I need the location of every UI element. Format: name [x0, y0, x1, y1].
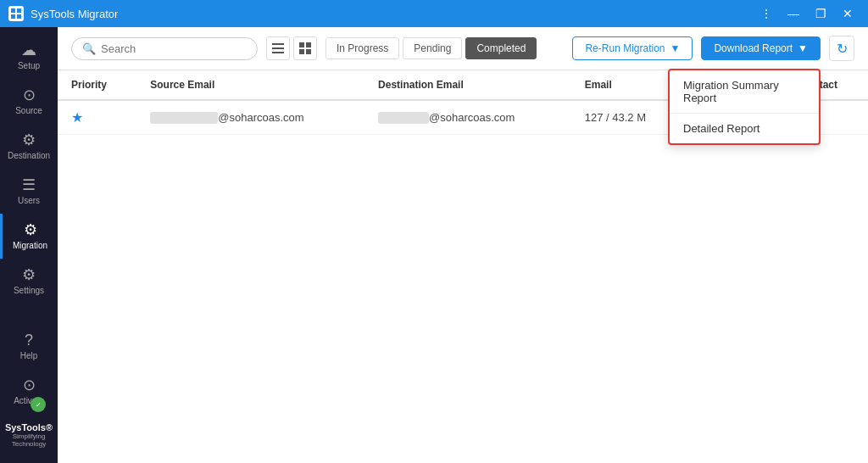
app-title: SysTools Migrator: [31, 8, 118, 20]
window-controls: ⋮ — ❐ ✕: [754, 2, 860, 25]
activate-badge: ✓: [31, 397, 46, 412]
source-email-blurred: [150, 112, 218, 124]
download-dropdown-menu: Migration Summary Report Detailed Report: [668, 69, 821, 145]
setup-icon: ☁: [21, 42, 36, 58]
app-icon: [8, 6, 24, 21]
refresh-button[interactable]: ↻: [829, 36, 854, 61]
sidebar-item-setup[interactable]: ☁ Setup: [0, 34, 58, 79]
sidebar-label-users: Users: [18, 196, 40, 205]
sidebar-item-destination[interactable]: ⚙ Destination: [0, 124, 58, 169]
destination-icon: ⚙: [22, 132, 36, 148]
sidebar-item-migration[interactable]: ⚙ Migration: [0, 214, 58, 259]
migration-summary-option[interactable]: Migration Summary Report: [670, 70, 819, 113]
sidebar-bottom: ? Help ⊙ ✓ Activate SysTools® Simplifyin…: [0, 324, 58, 456]
col-priority: Priority: [58, 70, 136, 100]
help-icon: ?: [25, 332, 33, 348]
systools-logo: SysTools® Simplifying Technology: [0, 414, 58, 456]
rerun-label: Re-Run Migration: [585, 42, 665, 54]
svg-rect-4: [272, 43, 284, 45]
download-report-button[interactable]: Download Report ▼: [701, 36, 821, 60]
svg-rect-0: [11, 8, 15, 13]
view-toggle: [266, 36, 317, 60]
col-destination-email: Destination Email: [364, 70, 571, 100]
sidebar-label-settings: Settings: [14, 286, 44, 295]
download-dropdown-wrapper: Download Report ▼ Migration Summary Repo…: [701, 36, 821, 60]
detailed-report-option[interactable]: Detailed Report: [670, 113, 819, 143]
source-email-cell: @soharcoas.com: [136, 100, 364, 135]
rerun-chevron-icon: ▼: [670, 42, 681, 54]
logo-sub: Simplifying Technology: [3, 432, 54, 448]
tab-pending[interactable]: Pending: [403, 37, 462, 59]
svg-rect-5: [272, 47, 284, 49]
menu-button[interactable]: ⋮: [754, 2, 778, 25]
maximize-button[interactable]: ❐: [809, 2, 832, 25]
col-email: Email: [571, 70, 682, 100]
svg-rect-3: [17, 14, 21, 19]
title-bar: SysTools Migrator ⋮ — ❐ ✕: [0, 0, 868, 27]
search-input[interactable]: [101, 42, 236, 55]
activate-icon: ⊙: [23, 377, 36, 393]
sidebar-label-setup: Setup: [18, 61, 40, 70]
priority-cell: ★: [58, 100, 136, 135]
tab-in-progress[interactable]: In Progress: [326, 37, 399, 59]
sidebar-item-help[interactable]: ? Help: [0, 324, 58, 369]
users-icon: ☰: [22, 177, 36, 192]
svg-rect-8: [306, 42, 311, 47]
sidebar-label-migration: Migration: [13, 241, 47, 250]
svg-rect-7: [299, 42, 304, 47]
sidebar-label-source: Source: [15, 106, 42, 115]
source-email-domain: @soharcoas.com: [218, 111, 303, 124]
email-count-cell: 127 / 43.2 M: [571, 100, 682, 135]
source-icon: ⊙: [23, 87, 36, 103]
settings-icon: ⚙: [22, 267, 36, 282]
download-label: Download Report: [714, 42, 793, 54]
migration-icon: ⚙: [24, 222, 37, 237]
svg-rect-10: [306, 49, 311, 54]
sidebar-item-settings[interactable]: ⚙ Settings: [0, 259, 58, 304]
content-area: 🔍 In Progress Pending Complete: [58, 27, 868, 463]
svg-rect-2: [11, 14, 15, 19]
sidebar-label-destination: Destination: [8, 151, 50, 160]
star-icon[interactable]: ★: [71, 110, 83, 125]
grid-view-button[interactable]: [293, 36, 317, 60]
search-icon: 🔍: [82, 42, 96, 55]
dest-email-blurred: [378, 112, 429, 124]
download-chevron-icon: ▼: [798, 42, 808, 54]
search-box[interactable]: 🔍: [71, 37, 258, 60]
sidebar-item-users[interactable]: ☰ Users: [0, 169, 58, 214]
rerun-migration-button[interactable]: Re-Run Migration ▼: [572, 36, 693, 60]
col-source-email: Source Email: [136, 70, 364, 100]
dest-email-cell: @soharcoas.com: [364, 100, 571, 135]
list-view-button[interactable]: [266, 36, 290, 60]
sidebar: ☁ Setup ⊙ Source ⚙ Destination ☰ Users ⚙…: [0, 27, 58, 463]
svg-rect-1: [17, 8, 21, 13]
sidebar-item-activate[interactable]: ⊙ ✓ Activate: [0, 369, 58, 414]
title-bar-left: SysTools Migrator: [8, 6, 118, 21]
tab-completed[interactable]: Completed: [465, 37, 537, 59]
sidebar-item-source[interactable]: ⊙ Source: [0, 79, 58, 124]
main-layout: ☁ Setup ⊙ Source ⚙ Destination ☰ Users ⚙…: [0, 27, 868, 463]
toolbar: 🔍 In Progress Pending Complete: [58, 27, 868, 70]
close-button[interactable]: ✕: [836, 2, 860, 25]
dest-email-domain: @soharcoas.com: [429, 111, 515, 124]
svg-rect-9: [299, 49, 304, 54]
logo-text: SysTools®: [3, 422, 54, 432]
sidebar-label-help: Help: [20, 351, 38, 360]
tab-group: In Progress Pending Completed: [326, 37, 537, 59]
minimize-button[interactable]: —: [782, 2, 805, 25]
svg-rect-6: [272, 52, 284, 53]
